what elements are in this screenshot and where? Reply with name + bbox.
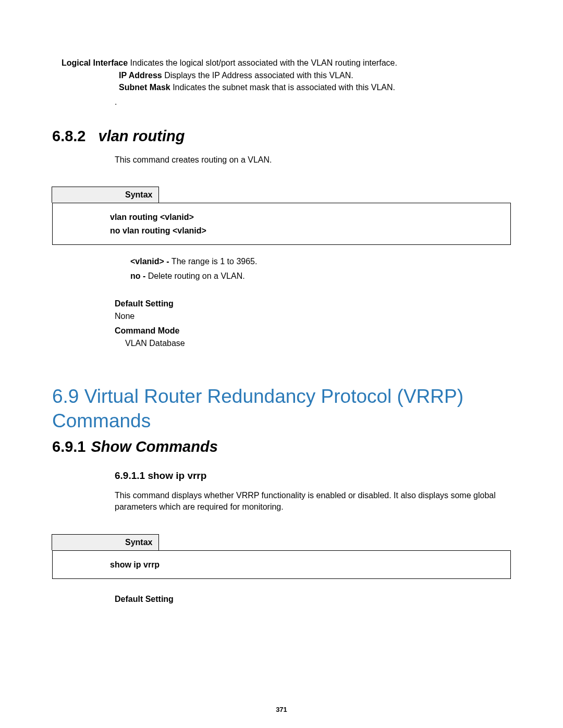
default-setting-label-2: Default Setting <box>115 595 511 604</box>
heading-6-9: 6.9 Virtual Router Redundancy Protocol (… <box>52 385 511 433</box>
trailing-dot: . <box>115 97 511 107</box>
page: Logical Interface Indicates the logical … <box>0 0 563 728</box>
def-ip: IP Address Displays the IP Address assoc… <box>119 70 511 81</box>
param-label: no - <box>130 272 145 280</box>
syntax-block-6911: Syntax show ip vrrp <box>52 534 511 579</box>
def-logical-text: Indicates the logical slot/port associat… <box>128 58 397 67</box>
def-subnet: Subnet Mask Indicates the subnet mask th… <box>119 82 511 93</box>
param-text: The range is 1 to 3965. <box>169 257 258 266</box>
param-label: <vlanid> - <box>130 257 169 266</box>
page-number: 371 <box>0 706 563 713</box>
heading-6-8-2: 6.8.2vlan routing <box>52 128 511 145</box>
def-ip-text: Displays the IP Address associated with … <box>162 71 353 80</box>
def-ip-label: IP Address <box>119 71 162 80</box>
syntax-body: vlan routing <vlanid> no vlan routing <v… <box>52 203 511 245</box>
heading-6-9-1-1: 6.9.1.1 show ip vrrp <box>115 470 511 482</box>
desc-6-8-2: This command creates routing on a VLAN. <box>115 154 511 166</box>
desc-6-9-1-1: This command displays whether VRRP funct… <box>115 490 511 513</box>
syntax-block-682: Syntax vlan routing <vlanid> no vlan rou… <box>52 187 511 245</box>
default-setting-label: Default Setting <box>115 299 511 309</box>
heading-num: 6.8.2 <box>52 128 86 145</box>
default-setting-value: None <box>115 312 511 321</box>
heading-title: vlan routing <box>99 128 185 144</box>
definition-block: Logical Interface Indicates the logical … <box>62 57 511 107</box>
syntax-line: show ip vrrp <box>110 558 510 572</box>
command-mode-value: VLAN Database <box>125 339 511 348</box>
def-subnet-text: Indicates the subnet mask that is associ… <box>170 83 395 92</box>
command-mode-label: Command Mode <box>115 326 511 336</box>
param-line: <vlanid> - The range is 1 to 3965. <box>130 254 511 269</box>
param-text: Delete routing on a VLAN. <box>145 272 244 280</box>
syntax-line: no vlan routing <vlanid> <box>110 224 510 238</box>
syntax-line: vlan routing <vlanid> <box>110 211 510 224</box>
def-logical: Logical Interface Indicates the logical … <box>62 57 511 69</box>
syntax-header: Syntax <box>52 187 159 203</box>
param-block: <vlanid> - The range is 1 to 3965. no - … <box>130 254 511 283</box>
syntax-header: Syntax <box>52 534 159 550</box>
heading-6-9-1: 6.9.1Show Commands <box>52 438 511 455</box>
def-subnet-label: Subnet Mask <box>119 83 170 92</box>
syntax-body: show ip vrrp <box>52 550 511 579</box>
heading-num: 6.9.1 <box>52 438 86 455</box>
heading-title: Show Commands <box>91 438 218 455</box>
param-line: no - Delete routing on a VLAN. <box>130 269 511 283</box>
def-logical-label: Logical Interface <box>62 58 128 67</box>
